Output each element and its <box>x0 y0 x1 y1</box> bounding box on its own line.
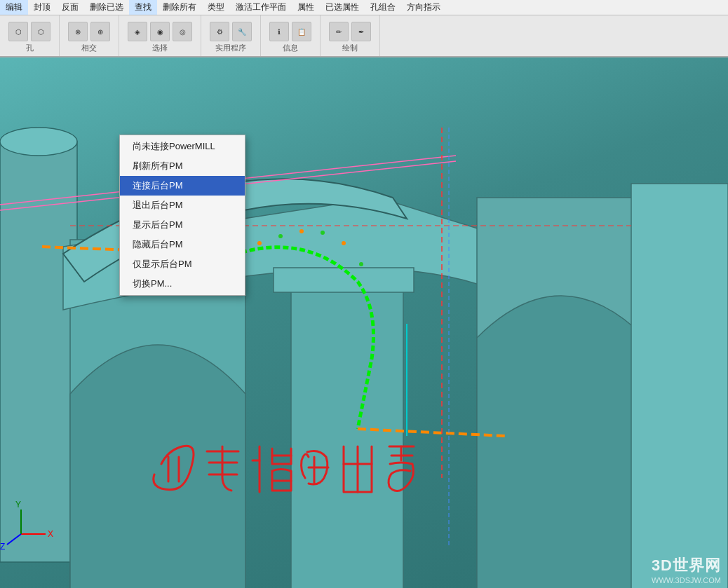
ribbon-label-select: 选择 <box>152 43 168 53</box>
svg-text:X: X <box>48 529 53 539</box>
ribbon-label-hole: 孔 <box>26 43 34 53</box>
ribbon-icon-info-2[interactable]: 📋 <box>292 22 311 41</box>
context-menu-item-6[interactable]: 仅显示后台PM <box>120 254 245 274</box>
ribbon-section-intersect: ⊗ ⊕ 相交 <box>60 15 119 56</box>
svg-point-21 <box>359 262 363 266</box>
ribbon-section-draw: ✏ ✒ 绘制 <box>321 15 380 56</box>
ribbon-section-select: ◈ ◉ ◎ 选择 <box>119 15 201 56</box>
ribbon-icon-select-2[interactable]: ◉ <box>150 22 170 41</box>
ribbon-icon-select-1[interactable]: ◈ <box>128 22 147 41</box>
ribbon-icon-intersect-1[interactable]: ⊗ <box>68 22 88 41</box>
ribbon-icon-info-1[interactable]: ℹ <box>269 22 289 41</box>
menu-delete-all[interactable]: 删除所有 <box>157 0 202 15</box>
svg-rect-1 <box>0 142 77 562</box>
menu-activate-plane[interactable]: 激活工作平面 <box>230 0 292 15</box>
ribbon-label-utility: 实用程序 <box>215 43 246 53</box>
svg-rect-4 <box>291 289 403 588</box>
context-menu-item-4[interactable]: 显示后台PM <box>120 215 245 235</box>
menu-direction[interactable]: 方向指示 <box>401 0 446 15</box>
viewport[interactable]: X Y Z <box>0 57 728 588</box>
ribbon-icon-draw-1[interactable]: ✏ <box>329 22 349 41</box>
ribbon-section-utility: ⚙ 🔧 实用程序 <box>201 15 261 56</box>
svg-point-16 <box>257 241 262 245</box>
ribbon-icon-intersect-2[interactable]: ⊕ <box>90 22 110 41</box>
menu-find[interactable]: 查找 <box>129 0 157 15</box>
menubar: 编辑 封顶 反面 删除已选 查找 删除所有 类型 激活工作平面 属性 已选属性 … <box>0 0 728 15</box>
ribbon-label-info: 信息 <box>283 43 298 53</box>
menu-delete-selected[interactable]: 删除已选 <box>84 0 129 15</box>
ribbon-label-draw: 绘制 <box>342 43 358 53</box>
context-menu-item-2[interactable]: 连接后台PM <box>120 176 245 196</box>
ribbon-section-hole: ⬡ ⬡ 孔 <box>0 15 60 56</box>
svg-point-2 <box>0 128 77 156</box>
menu-selected-properties[interactable]: 已选属性 <box>320 0 365 15</box>
ribbon-section-info: ℹ 📋 信息 <box>261 15 321 56</box>
ribbon: ⬡ ⬡ 孔 ⊗ ⊕ 相交 ◈ ◉ ◎ 选择 ⚙ 🔧 实用程序 ℹ 📋 信息 <box>0 15 728 57</box>
menu-reverse[interactable]: 反面 <box>56 0 84 15</box>
context-menu-item-7[interactable]: 切换PM... <box>120 274 245 294</box>
svg-rect-5 <box>274 268 414 292</box>
menu-hole-group[interactable]: 孔组合 <box>365 0 401 15</box>
ribbon-icon-utility-2[interactable]: 🔧 <box>232 22 252 41</box>
svg-point-17 <box>278 234 283 238</box>
ribbon-icon-hole-1[interactable]: ⬡ <box>8 22 28 41</box>
ribbon-icon-draw-2[interactable]: ✒ <box>351 22 371 41</box>
context-menu-item-3[interactable]: 退出后台PM <box>120 196 245 215</box>
ribbon-icon-utility-1[interactable]: ⚙ <box>210 22 229 41</box>
svg-point-19 <box>321 231 325 235</box>
ribbon-label-intersect: 相交 <box>81 43 97 53</box>
menu-edit[interactable]: 编辑 <box>0 0 28 15</box>
menu-type[interactable]: 类型 <box>202 0 230 15</box>
context-menu-item-1[interactable]: 刷新所有PM <box>120 156 245 176</box>
context-menu-item-0[interactable]: 尚未连接PowerMILL <box>120 137 245 156</box>
svg-text:Z: Z <box>0 542 5 552</box>
svg-text:Y: Y <box>15 500 21 510</box>
menu-cap[interactable]: 封顶 <box>28 0 56 15</box>
watermark-logo: 3D世界网 <box>652 555 721 576</box>
watermark: 3D世界网 WWW.3DSJW.COM <box>652 555 721 584</box>
context-menu-item-5[interactable]: 隐藏后台PM <box>120 235 245 254</box>
ribbon-icon-hole-2[interactable]: ⬡ <box>31 22 50 41</box>
scene-svg: X Y Z <box>0 57 728 588</box>
menu-properties[interactable]: 属性 <box>292 0 320 15</box>
svg-rect-7 <box>631 184 728 588</box>
svg-point-18 <box>299 229 304 233</box>
watermark-url: WWW.3DSJW.COM <box>652 576 721 584</box>
context-menu: 尚未连接PowerMILL 刷新所有PM 连接后台PM 退出后台PM 显示后台P… <box>119 135 245 296</box>
ribbon-icon-select-3[interactable]: ◎ <box>173 22 192 41</box>
svg-point-20 <box>342 241 346 245</box>
